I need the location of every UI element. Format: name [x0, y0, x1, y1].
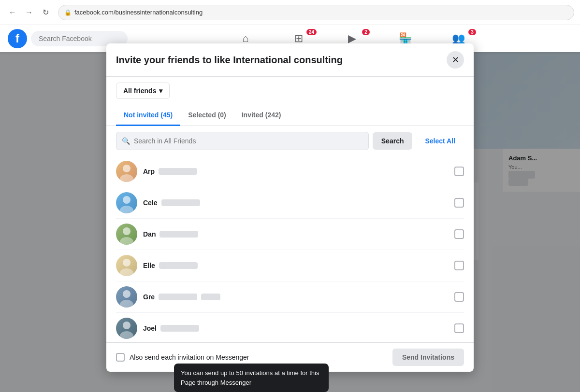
friend-name: Dan	[143, 230, 449, 238]
avatar	[116, 318, 137, 339]
select-all-button[interactable]: Select All	[416, 132, 464, 150]
browser-nav: ← → ↻	[6, 6, 52, 19]
avatar	[116, 286, 137, 308]
avatar	[116, 224, 137, 245]
svg-point-0	[123, 165, 130, 172]
friend-checkbox[interactable]	[454, 167, 464, 176]
friend-item: Elle	[116, 250, 464, 281]
friend-checkbox[interactable]	[454, 198, 464, 208]
svg-point-9	[120, 300, 133, 308]
video-badge: 2	[362, 29, 370, 35]
lock-icon: 🔒	[64, 9, 72, 16]
friend-checkbox[interactable]	[454, 292, 464, 302]
invite-friends-modal: Invite your friends to like Internationa…	[106, 43, 474, 372]
pages-badge: 24	[306, 29, 317, 35]
avatar	[116, 255, 137, 276]
svg-point-11	[120, 331, 133, 339]
friend-item: Dan	[116, 219, 464, 250]
avatar	[116, 192, 137, 213]
friend-name: Cele	[143, 199, 449, 207]
address-bar[interactable]: 🔒 facebook.com/businessinternationalcons…	[58, 5, 574, 20]
messenger-checkbox-label: Also send each invitation on Messenger	[130, 353, 249, 361]
friend-checkbox[interactable]	[454, 229, 464, 239]
friend-name: Arp	[143, 168, 449, 175]
friend-checkbox[interactable]	[454, 323, 464, 333]
search-input-wrapper: 🔍	[116, 132, 369, 150]
friend-name: Gre	[143, 293, 449, 301]
modal-overlay: Invite your friends to like Internationa…	[0, 52, 580, 392]
browser-chrome: ← → ↻ 🔒 facebook.com/businessinternation…	[0, 0, 580, 25]
friend-name: Elle	[143, 262, 449, 269]
svg-point-10	[123, 322, 130, 329]
messenger-tooltip: You can send up to 50 invitations at a t…	[174, 364, 329, 392]
svg-point-8	[123, 290, 130, 298]
tab-not-invited[interactable]: Not invited (45)	[116, 105, 180, 126]
send-invitations-button[interactable]: Send Invitations	[392, 349, 464, 366]
messenger-checkbox[interactable]	[116, 353, 125, 362]
svg-point-6	[123, 259, 130, 266]
modal-filter-section: All friends ▾	[106, 77, 474, 105]
refresh-button[interactable]: ↻	[39, 6, 52, 19]
svg-point-5	[120, 237, 133, 245]
search-button[interactable]: Search	[373, 132, 413, 150]
modal-title: Invite your friends to like Internationa…	[116, 55, 343, 66]
avatar	[116, 161, 137, 182]
friends-search-input[interactable]	[116, 132, 369, 150]
groups-badge: 3	[468, 29, 476, 35]
facebook-logo[interactable]: f	[8, 29, 27, 48]
friend-item: Joel	[116, 313, 464, 342]
search-icon: 🔍	[122, 137, 130, 145]
modal-tabs: Not invited (45) Selected (0) Invited (2…	[106, 105, 474, 126]
friend-item: Gre	[116, 281, 464, 313]
svg-point-4	[123, 227, 130, 235]
chevron-down-icon: ▾	[159, 87, 162, 95]
friend-item: Arp	[116, 156, 464, 187]
filter-label: All friends	[123, 87, 156, 95]
search-row: 🔍 Search Select All	[106, 126, 474, 156]
back-button[interactable]: ←	[6, 6, 19, 19]
friends-list: Arp Cele	[106, 156, 474, 342]
friend-name: Joel	[143, 324, 449, 332]
url-text: facebook.com/businessinternationalconsul…	[74, 9, 203, 16]
messenger-checkbox-row: Also send each invitation on Messenger	[116, 353, 249, 362]
friend-checkbox[interactable]	[454, 261, 464, 270]
modal-header: Invite your friends to like Internationa…	[106, 43, 474, 77]
svg-point-2	[123, 196, 130, 204]
friend-item: Cele	[116, 187, 464, 219]
tab-invited[interactable]: Invited (242)	[234, 105, 289, 126]
modal-close-button[interactable]: ✕	[447, 51, 464, 69]
svg-point-1	[120, 174, 133, 182]
svg-point-3	[120, 206, 133, 213]
tab-selected[interactable]: Selected (0)	[180, 105, 234, 126]
all-friends-dropdown[interactable]: All friends ▾	[116, 83, 170, 99]
forward-button[interactable]: →	[22, 6, 36, 19]
svg-point-7	[120, 268, 133, 276]
